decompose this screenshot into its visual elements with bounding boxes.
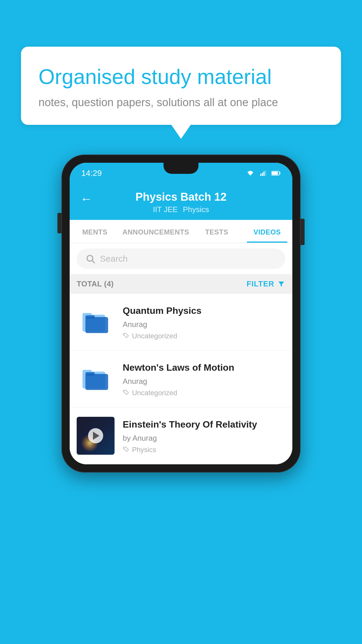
tab-tests[interactable]: TESTS [191,220,242,243]
svg-rect-6 [272,172,278,175]
filter-bar: TOTAL (4) FILTER [70,274,292,294]
speech-bubble: Organised study material notes, question… [21,47,341,125]
video-author: Anurag [123,377,285,386]
tag-icon [123,333,129,339]
svg-point-19 [124,448,125,449]
phone-outer: 14:29 [61,155,301,473]
tab-announcements[interactable]: ANNOUNCEMENTS [120,220,191,243]
item-thumbnail [77,303,115,341]
bubble-subtitle: notes, question papers, solutions all at… [38,96,324,109]
folder-icon [81,366,110,392]
video-tag: Uncategorized [123,332,285,340]
tabs-bar: MENTS ANNOUNCEMENTS TESTS VIDEOS [70,220,292,243]
svg-line-8 [92,260,94,263]
total-count: TOTAL (4) [77,279,114,288]
thumbnail-image [77,417,115,455]
video-author: by Anurag [123,434,285,443]
status-time: 14:29 [81,169,102,178]
tag-icon [123,447,129,453]
header-tag1: IIT JEE [153,205,178,214]
header-subtitle: IIT JEE Physics [153,205,209,214]
svg-point-13 [124,334,125,335]
list-item[interactable]: Quantum Physics Anurag Uncategorized [70,294,292,351]
battery-icon [271,170,281,176]
tab-videos[interactable]: VIDEOS [242,220,292,243]
svg-rect-16 [85,374,108,390]
phone-mockup: 14:29 [61,155,301,473]
tab-ments[interactable]: MENTS [70,220,120,243]
video-author: Anurag [123,320,285,329]
app-header: ← Physics Batch 12 IIT JEE Physics [70,184,292,220]
video-title: Newton's Laws of Motion [123,362,285,374]
bubble-title: Organised study material [38,64,324,89]
svg-rect-17 [85,372,95,376]
video-title: Einstein's Theory Of Relativity [123,419,285,431]
search-bar[interactable]: Search [77,249,285,269]
list-item[interactable]: Newton's Laws of Motion Anurag Uncategor… [70,351,292,407]
svg-point-18 [124,391,125,392]
header-title: Physics Batch 12 [136,191,227,203]
search-bar-wrapper: Search [70,243,292,274]
video-list: Quantum Physics Anurag Uncategorized [70,294,292,464]
video-tag: Physics [123,446,285,454]
svg-rect-3 [265,170,266,176]
wifi-icon [246,170,255,176]
search-icon [85,254,95,264]
item-thumbnail [77,360,115,398]
header-tag2: Physics [183,205,209,214]
svg-rect-12 [85,315,95,319]
tag-icon [123,390,129,396]
status-icons [246,170,281,176]
status-bar: 14:29 [70,163,292,184]
video-info: Quantum Physics Anurag Uncategorized [123,303,285,340]
search-placeholder: Search [100,254,128,264]
play-button[interactable] [88,428,103,443]
play-icon [93,432,99,440]
list-item[interactable]: Einstein's Theory Of Relativity by Anura… [70,407,292,464]
speech-bubble-section: Organised study material notes, question… [21,47,341,125]
svg-rect-11 [85,317,108,333]
filter-icon [277,280,285,288]
video-tag: Uncategorized [123,389,285,397]
signal-icon [259,170,268,176]
svg-rect-2 [263,172,265,176]
item-thumbnail [77,417,115,455]
back-button[interactable]: ← [80,192,92,206]
video-title: Quantum Physics [123,305,285,317]
filter-button[interactable]: FILTER [247,279,285,288]
svg-rect-1 [262,173,263,176]
video-info: Newton's Laws of Motion Anurag Uncategor… [123,360,285,397]
video-info: Einstein's Theory Of Relativity by Anura… [123,417,285,454]
phone-screen: 14:29 [70,163,292,464]
svg-rect-5 [279,172,280,174]
folder-icon [81,309,110,335]
svg-rect-0 [260,174,261,176]
notch [164,163,198,174]
